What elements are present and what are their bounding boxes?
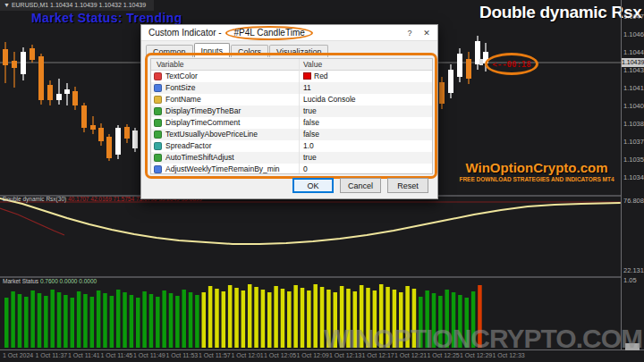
column-divider[interactable] (299, 59, 300, 173)
tab-visualization[interactable]: Visualization (269, 45, 328, 57)
param-name: DisplayTimeComment (165, 118, 240, 127)
price-axis-label: 1.10385 (623, 120, 644, 128)
help-icon[interactable]: ? (403, 27, 416, 39)
tab-colors[interactable]: Colors (231, 45, 268, 57)
reset-button[interactable]: Reset (387, 178, 428, 193)
rsx-signal-line (0, 208, 64, 235)
param-value[interactable]: false (303, 130, 319, 139)
tab-common[interactable]: Common (146, 45, 193, 57)
param-value[interactable]: Lucida Console (303, 95, 356, 104)
market-status-bar (175, 296, 180, 348)
candle-countdown-annotation: <--00:18 (485, 53, 538, 75)
bool-type-icon (154, 119, 162, 127)
candle-body-bear (30, 48, 35, 60)
market-status-bar (11, 291, 15, 348)
candle-body-bull (64, 89, 70, 94)
time-axis-label: 1 Oct 12:01 (232, 352, 264, 358)
candle-body-bear (3, 49, 8, 65)
param-value[interactable]: false (303, 118, 319, 127)
column-value: Value (303, 60, 322, 69)
param-value[interactable]: 0 (303, 164, 308, 173)
market-status-bar (287, 291, 292, 348)
time-axis-label: 1 Oct 11:53 (166, 352, 199, 358)
time-axis-label: 1 Oct 11:49 (133, 352, 165, 358)
price-pointer-marker (479, 59, 483, 65)
param-row-DisplayTimeByTheBar[interactable]: DisplayTimeByTheBartrue (151, 105, 432, 117)
param-name: FontName (165, 95, 201, 104)
price-axis-label: 1.10445 (623, 48, 644, 56)
market-status-bar (189, 292, 193, 348)
time-axis-label: 1 Oct 2024 (3, 352, 33, 358)
current-price-tag: 1.10439 (622, 58, 644, 67)
param-row-TextUsuallyAbovePriceLine[interactable]: TextUsuallyAbovePriceLinefalse (151, 129, 432, 140)
market-status-panel-name: Market Status (3, 278, 38, 284)
candle-body-bear (98, 128, 104, 141)
market-status-bar (18, 294, 22, 348)
price-axis-label: 1.10460 (623, 30, 644, 38)
market-status-bar (261, 290, 266, 348)
market-status-bar (30, 290, 35, 348)
param-row-TextColor[interactable]: TextColorRed (151, 71, 432, 82)
inputs-table: Variable Value TextColorRedFontSize11Fon… (150, 58, 433, 174)
time-axis-label: 1 Oct 11:57 (199, 352, 231, 358)
promo-subtitle: FREE DOWNLOAD STRATEGIES AND INDICATORS … (443, 176, 631, 182)
param-row-FontSize[interactable]: FontSize11 (151, 82, 432, 94)
market-status-bar (142, 291, 147, 348)
candle-body-bear (106, 137, 112, 158)
param-name: TextUsuallyAbovePriceLine (165, 130, 258, 139)
symbol-ohlc-bar[interactable]: ▼ EURUSD,M1 1.10434 1.10439 1.10432 1.10… (0, 0, 154, 11)
market-status-bar (208, 286, 213, 348)
candle-body-bull (56, 94, 62, 100)
candle-body-bear (47, 85, 53, 100)
market-status-bar (50, 290, 55, 348)
cancel-button[interactable]: Cancel (340, 178, 381, 193)
param-value[interactable]: 1.0 (303, 141, 314, 150)
param-row-FontName[interactable]: FontNameLucida Console (151, 94, 432, 105)
param-name: SpreadFactor (165, 141, 212, 150)
dialog-titlebar[interactable]: Custom Indicator - #P4L CandleTime ? ✕ (141, 25, 437, 41)
table-header: Variable Value (151, 59, 432, 71)
price-axis-label: 1.10370 (623, 138, 644, 146)
param-value[interactable]: Red (303, 72, 328, 80)
price-axis-label: 1.05 (623, 276, 637, 284)
param-name: TextColor (165, 72, 198, 80)
param-row-DisplayTimeComment[interactable]: DisplayTimeCommentfalse (151, 117, 432, 129)
param-row-SpreadFactor[interactable]: SpreadFactor1.0 (151, 140, 432, 152)
market-status-bar (293, 285, 298, 348)
candle-body-bear (124, 127, 130, 139)
market-status-bar (71, 298, 75, 348)
param-value[interactable]: true (303, 153, 317, 162)
dropdown-arrow-icon[interactable]: ▼ (4, 2, 10, 8)
watermark-text: WINOPTIONCRYPTO.COM (324, 324, 642, 354)
market-status-bar (281, 289, 285, 348)
tab-inputs[interactable]: Inputs (194, 43, 231, 57)
market-status-bar (307, 290, 311, 348)
close-icon[interactable]: ✕ (420, 27, 433, 39)
candle-body-bear (72, 91, 78, 105)
price-axis-label: 1.10400 (623, 102, 644, 110)
candle-body-bear (90, 125, 96, 130)
candle-body-bull (21, 52, 26, 74)
param-row-AutoTimeShiftAdjust[interactable]: AutoTimeShiftAdjusttrue (151, 152, 432, 164)
bool-type-icon (154, 130, 162, 139)
param-value[interactable]: true (303, 106, 317, 115)
dialog-buttons: OK Cancel Reset (292, 178, 428, 193)
market-status-bar (4, 298, 9, 348)
param-name: AdjustWeeklyTimeRemainBy_min (165, 164, 280, 173)
candle-countdown-text: <--00:18 (492, 60, 530, 69)
param-value[interactable]: 11 (303, 83, 311, 92)
market-status-bar (248, 284, 252, 348)
price-axis-label: 1.10355 (623, 156, 644, 164)
param-row-AdjustWeeklyTimeRemainBy_min[interactable]: AdjustWeeklyTimeRemainBy_min0 (151, 164, 432, 174)
ok-button[interactable]: OK (292, 178, 334, 193)
market-status-bar (77, 291, 81, 348)
market-status-bar (123, 292, 127, 348)
price-axis-label: 1.10430 (623, 66, 644, 74)
market-status-bar (149, 294, 154, 348)
market-status-bar (57, 292, 62, 348)
market-status-bar (110, 296, 114, 348)
market-status-bar (38, 293, 42, 348)
custom-indicator-dialog: Custom Indicator - #P4L CandleTime ? ✕ C… (140, 24, 438, 199)
param-name: FontSize (165, 83, 196, 92)
market-status-bar (301, 288, 305, 348)
